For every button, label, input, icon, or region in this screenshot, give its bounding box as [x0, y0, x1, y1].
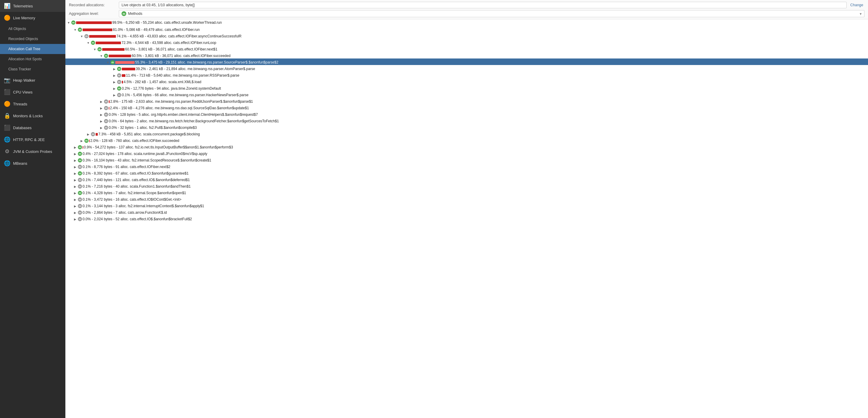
sidebar-item-class-tracker[interactable]: Class Tracker — [0, 64, 65, 74]
expand-button[interactable]: ▶ — [112, 86, 117, 91]
row-text: 0.0% - 2,024 bytes - 52 alloc. cats.effe… — [83, 217, 192, 221]
expand-button[interactable]: ▶ — [99, 100, 103, 104]
sidebar-label-telemetries: Telemetries — [13, 4, 33, 8]
sidebar-item-heap-walker[interactable]: 📷 Heap Walker — [0, 74, 65, 86]
table-row[interactable]: ▶m 0.1% - 7,440 bytes - 121 alloc. cats.… — [65, 176, 868, 182]
row-text: 72.3% - 4,544 kB - 43,598 alloc. cats.ef… — [122, 41, 216, 45]
expand-button[interactable]: ▶ — [99, 119, 103, 123]
expand-button[interactable]: ▼ — [86, 41, 90, 45]
expand-button[interactable]: ▶ — [99, 126, 103, 130]
row-text: 0.1% - 5,456 bytes - 66 alloc. me.binwan… — [122, 93, 248, 97]
table-row[interactable]: ▶m 0.1% - 3,472 bytes - 16 alloc. cats.e… — [65, 196, 868, 202]
expand-button[interactable]: ▶ — [73, 165, 77, 169]
expand-button[interactable]: ▶ — [86, 132, 90, 136]
sidebar-item-threads[interactable]: 🟠 Threads — [0, 98, 65, 110]
expand-button[interactable]: ▶ — [73, 178, 77, 182]
table-row[interactable]: ▶m 0.3% - 16,104 bytes - 43 alloc. fs2.i… — [65, 156, 868, 163]
table-row[interactable]: ▶m 0.1% - 8,776 bytes - 91 alloc. cats.e… — [65, 163, 868, 170]
table-row[interactable]: ▶m 0.0% - 2,024 bytes - 52 alloc. cats.e… — [65, 215, 868, 222]
table-row[interactable]: ▶m 0.4% - 27,024 bytes - 178 alloc. scal… — [65, 150, 868, 156]
sidebar-item-allocation-hot-spots[interactable]: Allocation Hot Spots — [0, 54, 65, 64]
table-row[interactable]: ▶m 0.0% - 64 bytes - 2 alloc. me.binwang… — [65, 117, 868, 124]
expand-button[interactable]: ▶ — [112, 67, 117, 71]
expand-button[interactable]: ▼ — [80, 34, 84, 38]
table-row[interactable]: ▶m 2.4% - 150 kB - 4,276 alloc. me.binwa… — [65, 104, 868, 111]
expand-button[interactable]: ▶ — [112, 80, 117, 84]
table-row[interactable]: ▶m 0.0% - 32 bytes - 1 alloc. fs2.Pull$.… — [65, 124, 868, 130]
expand-button[interactable]: ▶ — [73, 152, 77, 156]
expand-button[interactable]: ▶ — [73, 184, 77, 188]
expand-button[interactable]: ▼ — [99, 54, 103, 58]
change-button[interactable]: Change — [849, 2, 864, 8]
table-row[interactable]: ▶m 0.1% - 5,456 bytes - 66 alloc. me.bin… — [65, 91, 868, 98]
table-row[interactable]: ▶m 11.4% - 713 kB - 5,640 alloc. me.binw… — [65, 72, 868, 78]
sidebar-item-recorded-objects[interactable]: Recorded Objects — [0, 34, 65, 44]
method-badge: m — [78, 171, 82, 175]
table-row[interactable]: ▼m 55.3% - 3,475 kB - 29,151 alloc. me.b… — [65, 59, 868, 65]
expand-button[interactable]: ▶ — [73, 217, 77, 221]
table-row[interactable]: ▶m 0.1% - 8,392 bytes - 67 alloc. cats.e… — [65, 170, 868, 176]
table-row[interactable]: ▶m 4.5% - 282 kB - 1,457 alloc. scala.xm… — [65, 78, 868, 84]
expand-button[interactable]: ▶ — [73, 210, 77, 215]
table-row[interactable]: ▶m 2.0% - 128 kB - 760 alloc. cats.effec… — [65, 137, 868, 143]
table-row[interactable]: ▶m 0.1% - 7,216 bytes - 40 alloc. scala.… — [65, 182, 868, 189]
sidebar-item-monitors-locks[interactable]: 🔒 Monitors & Locks — [0, 110, 65, 122]
sidebar-item-allocation-call-tree[interactable]: Allocation Call Tree — [0, 44, 65, 54]
expand-button[interactable]: ▶ — [80, 139, 84, 143]
expand-button[interactable]: ▶ — [73, 191, 77, 195]
method-badge: m — [104, 112, 108, 117]
table-row[interactable]: ▼m 60.5% - 3,801 kB - 36,071 alloc. cats… — [65, 45, 868, 52]
expand-button[interactable]: ▼ — [67, 21, 71, 25]
method-badge: m — [84, 139, 89, 143]
expand-button[interactable]: ▶ — [112, 73, 117, 77]
sidebar-item-databases[interactable]: ⬛ Databases — [0, 122, 65, 134]
table-row[interactable]: ▼m 72.3% - 4,544 kB - 43,598 alloc. cats… — [65, 39, 868, 45]
sidebar-item-mbeans[interactable]: 🌐 MBeans — [0, 158, 65, 169]
sidebar-item-http-rpc-jee[interactable]: 🌐 HTTP, RPC & JEE — [0, 134, 65, 145]
sidebar-item-telemetries[interactable]: 📊 Telemetries — [0, 0, 65, 12]
sidebar-item-live-memory[interactable]: 🟠 Live Memory — [0, 12, 65, 24]
row-text: 2.0% - 128 kB - 760 alloc. cats.effect.I… — [90, 139, 179, 143]
table-row[interactable]: ▶m 0.0% - 2,864 bytes - 7 alloc. cats.ar… — [65, 209, 868, 215]
tree-indent: ▶m 11.4% - 713 kB - 5,640 alloc. me.binw… — [67, 73, 240, 77]
table-row[interactable]: ▶m 0.1% - 4,328 bytes - 7 alloc. fs2.int… — [65, 189, 868, 196]
expand-button[interactable]: ▶ — [112, 93, 117, 97]
table-row[interactable]: ▼m 60.5% - 3,801 kB - 36,071 alloc. cats… — [65, 52, 868, 59]
expand-button[interactable]: ▼ — [106, 60, 110, 64]
table-row[interactable]: ▼m 81.0% - 5,086 kB - 49,479 alloc. cats… — [65, 26, 868, 32]
jvm-icon: ⚙ — [4, 148, 10, 154]
sidebar-label-all-objects: All Objects — [8, 27, 26, 31]
sidebar-label-mbeans: MBeans — [13, 161, 27, 166]
table-row[interactable]: ▶m 0.9% - 54,272 bytes - 137 alloc. fs2.… — [65, 143, 868, 150]
expand-button[interactable]: ▼ — [73, 28, 77, 32]
sidebar-item-all-objects[interactable]: All Objects — [0, 24, 65, 34]
allocation-bar — [83, 29, 112, 31]
expand-button[interactable]: ▶ — [73, 171, 77, 175]
expand-button[interactable]: ▶ — [99, 112, 103, 117]
sidebar-item-jvm-custom[interactable]: ⚙ JVM & Custom Probes — [0, 145, 65, 158]
method-badge: m — [117, 67, 121, 71]
row-text: 7.3% - 458 kB - 5,851 alloc. scala.concu… — [98, 132, 200, 136]
expand-button[interactable]: ▶ — [73, 204, 77, 208]
table-row[interactable]: ▶m 2.8% - 175 kB - 2,633 alloc. me.binwa… — [65, 98, 868, 104]
expand-button[interactable]: ▶ — [73, 158, 77, 163]
aggregation-select[interactable]: m Methods ▾ — [119, 10, 864, 17]
method-badge: m — [84, 34, 89, 38]
table-row[interactable]: ▶m 0.0% - 128 bytes - 5 alloc. org.http4… — [65, 111, 868, 117]
table-row[interactable]: ▶m 0.1% - 3,144 bytes - 3 alloc. fs2.int… — [65, 202, 868, 209]
call-tree-container[interactable]: ▼m 99.5% - 6,250 kB - 55,234 alloc. cats… — [65, 19, 868, 418]
allocation-bar — [109, 107, 110, 109]
table-row[interactable]: ▼m 99.5% - 6,250 kB - 55,234 alloc. cats… — [65, 19, 868, 26]
expand-button[interactable]: ▶ — [99, 106, 103, 110]
table-row[interactable]: ▼m 74.1% - 4,655 kB - 43,833 alloc. cats… — [65, 32, 868, 39]
allocation-bar — [83, 146, 83, 149]
sidebar-item-cpu-views[interactable]: ⬛ CPU Views — [0, 86, 65, 98]
table-row[interactable]: ▶m 7.3% - 458 kB - 5,851 alloc. scala.co… — [65, 130, 868, 137]
table-row[interactable]: ▶m 39.2% - 2,461 kB - 21,894 alloc. me.b… — [65, 65, 868, 72]
table-row[interactable]: ▶m 0.2% - 12,776 bytes - 94 alloc. java.… — [65, 84, 868, 91]
expand-button[interactable]: ▶ — [73, 145, 77, 149]
expand-button[interactable]: ▼ — [93, 47, 97, 51]
method-badge: m — [78, 178, 82, 182]
method-badge: m — [111, 60, 115, 64]
expand-button[interactable]: ▶ — [73, 198, 77, 202]
